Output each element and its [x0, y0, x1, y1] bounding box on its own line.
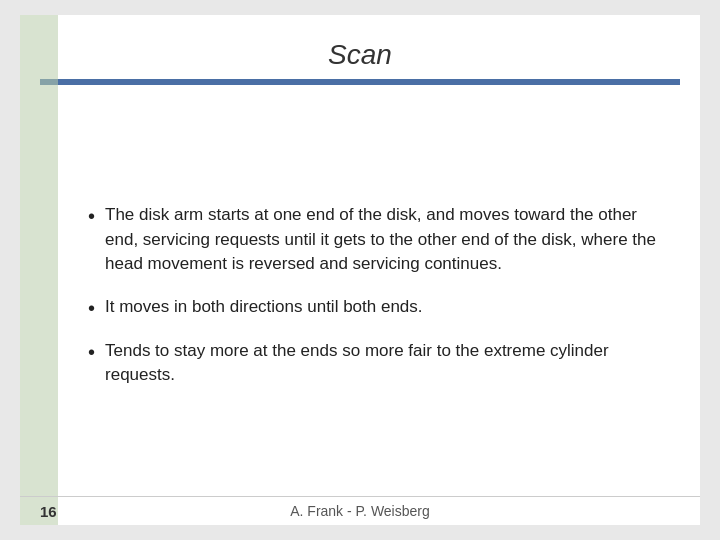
left-accent-bar: [20, 15, 58, 525]
list-item: • Tends to stay more at the ends so more…: [88, 339, 670, 388]
list-item: • The disk arm starts at one end of the …: [88, 203, 670, 277]
bullet-list: • The disk arm starts at one end of the …: [88, 203, 670, 388]
footer-author: A. Frank - P. Weisberg: [290, 503, 430, 519]
title-area: Scan: [20, 15, 700, 95]
bullet-text-2: It moves in both directions until both e…: [105, 295, 670, 320]
page-number: 16: [40, 503, 57, 520]
bullet-dot: •: [88, 339, 95, 365]
slide: Scan • The disk arm starts at one end of…: [20, 15, 700, 525]
slide-title: Scan: [40, 39, 680, 71]
bullet-text-3: Tends to stay more at the ends so more f…: [105, 339, 670, 388]
bullet-dot: •: [88, 295, 95, 321]
slide-footer: 16 A. Frank - P. Weisberg: [20, 496, 700, 525]
bullet-text-1: The disk arm starts at one end of the di…: [105, 203, 670, 277]
list-item: • It moves in both directions until both…: [88, 295, 670, 321]
slide-content: • The disk arm starts at one end of the …: [20, 95, 700, 496]
bullet-dot: •: [88, 203, 95, 229]
title-underbar: [40, 79, 680, 85]
